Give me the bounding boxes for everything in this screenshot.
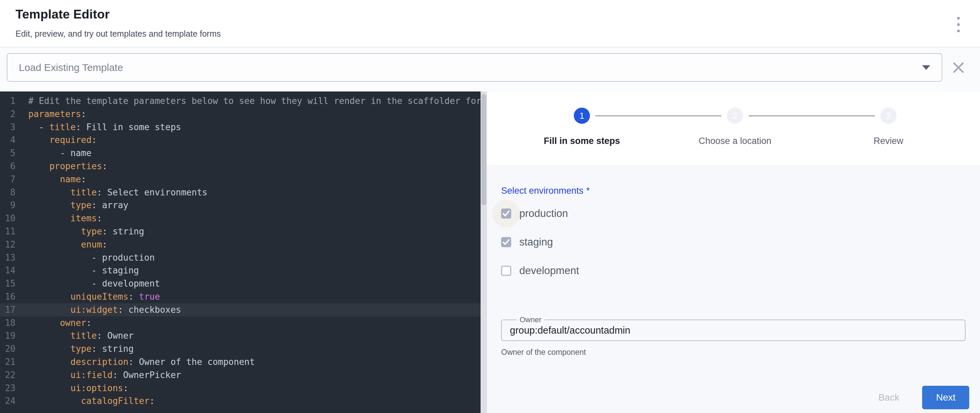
- code-line[interactable]: 23 ui:options:: [0, 382, 480, 395]
- line-number: 11: [0, 225, 16, 238]
- code-line[interactable]: 20 type: string: [0, 342, 480, 356]
- code-text: title: Select environments: [16, 186, 207, 199]
- code-line[interactable]: 6 properties:: [0, 160, 480, 173]
- next-button[interactable]: Next: [922, 386, 969, 409]
- owner-field-label: Owner: [517, 316, 544, 324]
- code-line[interactable]: 8 title: Select environments: [0, 186, 480, 199]
- line-number: 23: [0, 382, 16, 395]
- code-line[interactable]: 1# Edit the template parameters below to…: [0, 95, 480, 108]
- checkbox-unchecked-icon[interactable]: [501, 266, 511, 276]
- code-line[interactable]: 16 uniqueItems: true: [0, 290, 480, 303]
- line-number: 9: [0, 199, 16, 212]
- code-line[interactable]: 11 type: string: [0, 225, 480, 238]
- code-line[interactable]: 2parameters:: [0, 108, 480, 121]
- line-number: 2: [0, 108, 16, 121]
- step-connector: [748, 115, 875, 116]
- env-option-label[interactable]: staging: [519, 236, 553, 248]
- owner-input[interactable]: [502, 320, 965, 340]
- line-number: 5: [0, 147, 16, 160]
- load-template-placeholder: Load Existing Template: [19, 62, 922, 73]
- line-number: 7: [0, 173, 16, 186]
- close-icon[interactable]: [952, 61, 965, 74]
- code-line[interactable]: 7 name:: [0, 173, 480, 186]
- stepper: 1Fill in some steps2Choose a location3Re…: [487, 92, 980, 165]
- code-text: items:: [16, 212, 102, 225]
- env-option-row[interactable]: development: [501, 263, 980, 279]
- line-number: 15: [0, 277, 16, 290]
- code-text: - title: Fill in some steps: [16, 121, 181, 134]
- line-number: 4: [0, 133, 16, 147]
- line-number: 12: [0, 238, 16, 251]
- code-line[interactable]: 17 ui:widget: checkboxes: [0, 303, 480, 316]
- env-option-row[interactable]: production: [501, 205, 980, 222]
- code-text: description: Owner of the component: [16, 356, 255, 369]
- owner-field-wrap: Owner Owner of the component: [501, 319, 966, 357]
- code-text: ui:field: OwnerPicker: [16, 369, 181, 382]
- code-line[interactable]: 18 owner:: [0, 316, 480, 330]
- code-text: ui:options:: [16, 382, 128, 395]
- required-marker: *: [586, 186, 590, 196]
- code-text: required:: [16, 133, 97, 147]
- code-text: enum:: [16, 238, 107, 251]
- line-number: 19: [0, 329, 16, 342]
- checkbox-checked-icon[interactable]: [501, 237, 511, 247]
- content-split: 1# Edit the template parameters below to…: [0, 92, 980, 413]
- page-title: Template Editor: [16, 7, 964, 22]
- load-template-select[interactable]: Load Existing Template: [7, 53, 942, 82]
- step-label: Fill in some steps: [544, 136, 620, 146]
- select-environments-label: Select environments*: [501, 186, 980, 196]
- more-options-icon[interactable]: [952, 17, 965, 32]
- line-number: 13: [0, 251, 16, 264]
- editor-scrollbar-thumb[interactable]: [481, 94, 486, 205]
- checkbox-checked-icon[interactable]: [501, 208, 511, 219]
- code-text: type: string: [16, 342, 134, 356]
- line-number: 21: [0, 356, 16, 369]
- line-number: 3: [0, 121, 16, 134]
- code-line[interactable]: 15 - development: [0, 277, 480, 290]
- code-text: name:: [16, 173, 86, 186]
- code-line[interactable]: 13 - production: [0, 251, 480, 264]
- line-number: 8: [0, 186, 16, 199]
- env-option-label[interactable]: production: [519, 208, 568, 219]
- step-circle-3: 3: [880, 108, 897, 124]
- step-circle-2: 2: [727, 108, 743, 124]
- env-option-label[interactable]: development: [519, 265, 579, 277]
- line-number: 1: [0, 95, 16, 108]
- code-editor[interactable]: 1# Edit the template parameters below to…: [0, 92, 480, 413]
- code-text: type: string: [16, 225, 144, 238]
- owner-helper-text: Owner of the component: [501, 348, 966, 357]
- page-header: Template Editor Edit, preview, and try o…: [0, 0, 980, 48]
- line-number: 22: [0, 369, 16, 382]
- page-subtitle: Edit, preview, and try out templates and…: [16, 29, 964, 39]
- code-line[interactable]: 12 enum:: [0, 238, 480, 251]
- step-circle-1: 1: [574, 108, 590, 124]
- step-connector: [595, 115, 722, 116]
- code-line[interactable]: 10 items:: [0, 212, 480, 225]
- code-text: # Edit the template parameters below to …: [16, 95, 480, 108]
- line-number: 17: [0, 303, 16, 316]
- code-line[interactable]: 19 title: Owner: [0, 329, 480, 342]
- step-label: Choose a location: [698, 136, 772, 146]
- line-number: 10: [0, 212, 16, 225]
- step-label: Review: [873, 136, 904, 146]
- line-number: 14: [0, 264, 16, 277]
- form-surface: Select environments* productionstagingde…: [487, 165, 980, 413]
- owner-field: Owner: [501, 319, 966, 341]
- code-text: properties:: [16, 160, 107, 173]
- code-text: uniqueItems: true: [16, 290, 160, 303]
- code-line[interactable]: 3 - title: Fill in some steps: [0, 121, 480, 134]
- code-line[interactable]: 9 type: array: [0, 199, 480, 212]
- code-line[interactable]: 5 - name: [0, 147, 480, 160]
- code-text: - development: [16, 277, 160, 290]
- code-text: title: Owner: [16, 329, 134, 342]
- code-text: - name: [16, 147, 92, 160]
- back-button[interactable]: Back: [873, 389, 905, 406]
- code-line[interactable]: 14 - staging: [0, 264, 480, 277]
- code-line[interactable]: 21 description: Owner of the component: [0, 356, 480, 369]
- code-line[interactable]: 4 required:: [0, 133, 480, 147]
- code-line[interactable]: 24 catalogFilter:: [0, 394, 480, 408]
- code-line[interactable]: 22 ui:field: OwnerPicker: [0, 369, 480, 382]
- line-number: 20: [0, 342, 16, 356]
- env-option-row[interactable]: staging: [501, 234, 980, 250]
- editor-scrollbar[interactable]: [480, 92, 487, 413]
